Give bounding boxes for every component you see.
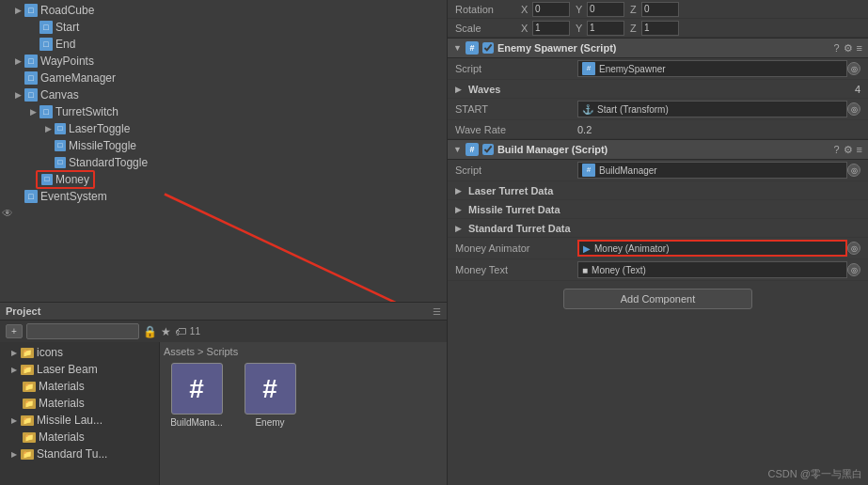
help-icon[interactable]: ? xyxy=(833,144,839,156)
hierarchy-item-eventsystem[interactable]: □ EventSystem xyxy=(0,188,447,205)
asset-item-buildmanager[interactable]: # BuildMana... xyxy=(164,363,229,428)
wave-rate-label: Wave Rate xyxy=(455,124,577,135)
asset-icon-enemy: # xyxy=(245,363,296,415)
file-item-materials-3[interactable]: 📁 Materials xyxy=(0,429,159,446)
item-label: TurretSwitch xyxy=(55,105,118,118)
file-item-materials-2[interactable]: 📁 Materials xyxy=(0,395,159,412)
hierarchy-item-lasertoggle[interactable]: ▶ □ LaserToggle xyxy=(0,120,447,137)
bm-script-value-box: # BuildManager xyxy=(577,162,847,179)
build-manager-title: Build Manager (Script) xyxy=(497,144,830,155)
anchor-icon: ⚓ xyxy=(582,104,593,115)
rotation-z-input[interactable] xyxy=(641,2,679,17)
arrow-icon: ▶ xyxy=(30,107,39,117)
component-fold-arrow[interactable]: ▼ xyxy=(453,43,462,53)
component-enabled-checkbox[interactable] xyxy=(482,144,494,155)
start-picker-btn[interactable]: ◎ xyxy=(847,102,860,116)
z-label: Z xyxy=(630,23,639,34)
money-highlight-box: □ Money xyxy=(36,170,95,189)
waves-fold-row[interactable]: ▶ Waves 4 xyxy=(448,80,868,99)
enemy-spawner-header: ▼ # Enemy Spawner (Script) ? ⚙ ≡ xyxy=(448,38,868,58)
rotation-y-input[interactable] xyxy=(587,2,624,17)
file-label: Standard Tu... xyxy=(37,447,107,461)
hierarchy-item-start[interactable]: □ Start xyxy=(0,19,447,36)
asset-name-enemy: Enemy xyxy=(255,417,284,428)
rotation-x: X xyxy=(521,2,570,17)
hierarchy-item-money[interactable]: □ Money xyxy=(0,171,447,188)
script-picker-btn[interactable]: ◎ xyxy=(847,62,860,75)
laser-turret-fold-row[interactable]: ▶ Laser Turret Data xyxy=(448,181,868,200)
hierarchy-item-turretswitch[interactable]: ▶ □ TurretSwitch xyxy=(0,103,447,120)
hierarchy-item-canvas[interactable]: ▶ □ Canvas xyxy=(0,86,447,103)
laser-arrow-icon: ▶ xyxy=(455,186,465,196)
item-label: Canvas xyxy=(40,88,79,102)
asset-icon-buildmanager: # xyxy=(171,363,223,415)
bm-script-picker-btn[interactable]: ◎ xyxy=(847,164,860,177)
cube-icon: □ xyxy=(24,4,38,17)
rotation-x-input[interactable] xyxy=(532,2,570,17)
bm-script-label: Script xyxy=(455,164,577,176)
folder-icon: 📁 xyxy=(21,415,34,426)
add-component-button[interactable]: Add Component xyxy=(563,289,753,309)
asset-name-buildmanager: BuildMana... xyxy=(170,417,223,428)
folder-icon: 📁 xyxy=(23,399,36,409)
star-icon[interactable]: ★ xyxy=(161,325,171,338)
x-label: X xyxy=(521,4,530,15)
more-icon[interactable]: ≡ xyxy=(857,144,862,156)
file-item-standard-tu[interactable]: ▶ 📁 Standard Tu... xyxy=(0,446,159,462)
file-label: Laser Beam xyxy=(37,363,98,376)
help-icon[interactable]: ? xyxy=(833,42,839,55)
rotation-label: Rotation xyxy=(455,4,521,15)
build-manager-header: ▼ # Build Manager (Script) ? ⚙ ≡ xyxy=(448,139,868,160)
script-row: Script # EnemySpawner ◎ xyxy=(448,58,868,80)
inspector-panel: Rotation X Y Z Scale X Y xyxy=(447,0,868,485)
hierarchy-item-standardtoggle[interactable]: □ StandardToggle xyxy=(0,154,447,171)
settings-icon[interactable]: ⚙ xyxy=(844,144,853,156)
scale-xyz-group: X Y Z xyxy=(521,21,679,36)
hierarchy-item-end[interactable]: □ End xyxy=(0,36,447,53)
scale-y-input[interactable] xyxy=(587,21,624,36)
hierarchy-item-waypoints[interactable]: ▶ □ WayPoints xyxy=(0,53,447,70)
start-label: START xyxy=(455,103,577,115)
watermark: CSDN @零一与黑白 xyxy=(768,467,862,481)
money-text-label: Money Text xyxy=(455,264,577,275)
eye-icon[interactable]: 👁 xyxy=(2,207,13,220)
arrow-icon: ▶ xyxy=(15,90,24,100)
hash-icon: # xyxy=(466,143,479,156)
lock-icon[interactable]: 🔒 xyxy=(143,325,157,338)
more-icon[interactable]: ≡ xyxy=(857,42,862,55)
item-label: Money xyxy=(55,173,89,186)
item-label: EventSystem xyxy=(40,190,107,203)
money-text-picker-btn[interactable]: ◎ xyxy=(847,263,860,276)
script-value: EnemySpawner xyxy=(599,64,666,74)
asset-item-enemy[interactable]: # Enemy xyxy=(237,363,303,428)
hierarchy-item-missiletoggle[interactable]: □ MissileToggle xyxy=(0,137,447,154)
standard-turret-fold-row[interactable]: ▶ Standard Turret Data xyxy=(448,219,868,238)
tag-icon[interactable]: 🏷 xyxy=(175,325,186,338)
scale-row: Scale X Y Z xyxy=(448,19,868,38)
missile-turret-label: Missile Turret Data xyxy=(468,204,560,215)
money-text-value: Money (Text) xyxy=(592,265,646,275)
component-enabled-checkbox[interactable] xyxy=(482,42,494,54)
money-animator-picker-btn[interactable]: ◎ xyxy=(847,242,860,255)
item-label: End xyxy=(55,38,75,51)
missile-turret-fold-row[interactable]: ▶ Missile Turret Data xyxy=(448,200,868,219)
hierarchy-item-roadcube[interactable]: ▶ □ RoadCube xyxy=(0,2,447,19)
hierarchy-item-gamemanager[interactable]: □ GameManager xyxy=(0,70,447,86)
search-input[interactable] xyxy=(26,323,139,339)
cube-icon: □ xyxy=(39,38,53,51)
file-item-missile-lau[interactable]: ▶ 📁 Missile Lau... xyxy=(0,412,159,429)
file-item-materials-1[interactable]: 📁 Materials xyxy=(0,378,159,395)
file-label: Missile Lau... xyxy=(37,414,103,427)
file-item-laser-beam[interactable]: ▶ 📁 Laser Beam xyxy=(0,361,159,378)
component-fold-arrow[interactable]: ▼ xyxy=(453,145,462,154)
enemy-spawner-title: Enemy Spawner (Script) xyxy=(497,42,830,54)
project-panel: Project ☰ + 🔒 ★ 🏷 11 ▶ 📁 icons ▶ 📁 xyxy=(0,302,447,485)
arrow-icon: ▶ xyxy=(15,56,24,66)
add-button[interactable]: + xyxy=(6,324,23,338)
folder-icon: 📁 xyxy=(21,348,34,358)
file-item-icons[interactable]: ▶ 📁 icons xyxy=(0,344,159,361)
money-animator-row: Money Animator ▶ Money (Animator) ◎ xyxy=(448,238,868,259)
settings-icon[interactable]: ⚙ xyxy=(844,42,853,55)
scale-z-input[interactable] xyxy=(641,21,679,36)
scale-x-input[interactable] xyxy=(532,21,570,36)
